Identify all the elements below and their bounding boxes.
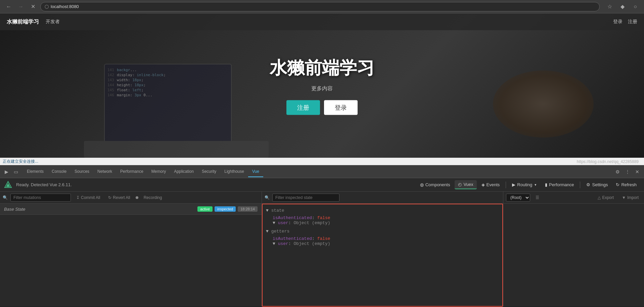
toolbar-separator-2 <box>580 182 580 188</box>
import-button[interactable]: ▼ Import <box>619 194 641 201</box>
vue-components-button[interactable]: ◍ Components <box>417 181 454 189</box>
filter-icon-button[interactable]: ☰ <box>533 194 542 201</box>
tab-application[interactable]: Application <box>170 166 198 177</box>
right-toolbar: (Root) ☰ △ Export ▼ Import <box>503 192 644 204</box>
tab-console[interactable]: Console <box>48 166 71 177</box>
hero-title: 水獭前端学习 <box>270 56 374 80</box>
forward-button[interactable]: → <box>16 2 26 11</box>
tab-memory[interactable]: Memory <box>147 166 170 177</box>
hero-login-button[interactable]: 登录 <box>324 100 358 115</box>
tab-lighthouse[interactable]: Lighthouse <box>220 166 248 177</box>
import-icon: ▼ <box>622 195 626 200</box>
state-tree-is-auth: isAuthenticated: false <box>266 215 499 220</box>
search-mutations-icon: 🔍 <box>3 195 8 200</box>
routing-icon: ▶ <box>512 182 515 187</box>
lock-icon: ◯ <box>45 4 49 9</box>
recording-button[interactable]: Recording <box>141 194 165 201</box>
revert-icon: ↻ <box>108 195 111 200</box>
vue-routing-button[interactable]: ▶ Routing ▼ <box>509 181 540 189</box>
vue-content: 🔍 ↧ Commit All ↻ Revert All Recording Ba… <box>0 192 644 307</box>
url-text: localhost:8080 <box>51 4 79 9</box>
site-nav-right: 登录 注册 <box>613 19 637 25</box>
nav-link-developer[interactable]: 开发者 <box>46 19 60 25</box>
mutations-toolbar: 🔍 ↧ Commit All ↻ Revert All Recording <box>0 192 262 204</box>
getters-tree-user: ▼ user: Object (empty) <box>266 241 499 246</box>
vue-events-button[interactable]: ◈ Events <box>478 181 503 189</box>
hero-register-button[interactable]: 注册 <box>286 100 320 115</box>
vue-devtools-bar: Ready. Detected Vue 2.6.11. ◍ Components… <box>0 178 644 192</box>
site-nav: 水獭前端学习 开发者 登录 注册 <box>0 13 644 30</box>
badge-inspected: inspected <box>215 206 236 212</box>
export-button[interactable]: △ Export <box>595 194 616 201</box>
hand-image <box>493 70 594 138</box>
hero-content: 水獭前端学习 更多内容 注册 登录 <box>270 56 374 115</box>
vue-performance-button[interactable]: ▮ Performance <box>542 181 577 189</box>
website-area: 141backgr... 142display: inline-block; 1… <box>0 13 644 158</box>
status-url: https://blog.csdn.net/qq_42285889 <box>577 159 639 164</box>
tab-elements[interactable]: Elements <box>23 166 48 177</box>
commit-icon: ↧ <box>76 195 80 200</box>
inspect-element-button[interactable]: ▶ <box>3 168 10 176</box>
profile-button[interactable]: ○ <box>631 2 640 11</box>
device-toggle-button[interactable]: ▭ <box>12 168 20 176</box>
vuex-icon: ◴ <box>458 182 462 187</box>
browser-chrome: ← → ✕ ◯ localhost:8080 ☆ ◆ ○ <box>0 0 644 13</box>
tab-performance[interactable]: Performance <box>116 166 147 177</box>
browser-actions: ☆ ◆ ○ <box>605 2 640 11</box>
tab-security[interactable]: Security <box>198 166 220 177</box>
root-selector[interactable]: (Root) <box>506 194 530 202</box>
state-toolbar: 🔍 <box>262 192 503 204</box>
devtools-close-button[interactable]: ✕ <box>633 168 641 176</box>
recording-dot-icon <box>136 196 138 199</box>
status-text: 正在建立安全连接... <box>3 159 38 164</box>
toolbar-separator <box>506 182 506 188</box>
back-button[interactable]: ← <box>4 2 13 11</box>
commit-all-button[interactable]: ↧ Commit All <box>74 194 103 201</box>
vue-settings-button[interactable]: ⚙ Settings <box>583 181 611 189</box>
mutations-panel: 🔍 ↧ Commit All ↻ Revert All Recording Ba… <box>0 192 262 307</box>
star-button[interactable]: ☆ <box>605 2 614 11</box>
address-bar[interactable]: ◯ localhost:8080 <box>40 2 600 11</box>
laptop-image: 141backgr... 142display: inline-block; 1… <box>84 64 269 158</box>
revert-all-button[interactable]: ↻ Revert All <box>105 194 133 201</box>
routing-chevron-icon: ▼ <box>534 183 537 187</box>
state-tree-state: ▼ state <box>266 207 499 214</box>
events-icon: ◈ <box>481 182 485 187</box>
tab-sources[interactable]: Sources <box>71 166 93 177</box>
tab-network[interactable]: Network <box>93 166 116 177</box>
status-bar: 正在建立安全连接... https://blog.csdn.net/qq_422… <box>0 158 644 165</box>
vue-vuex-button[interactable]: ◴ Vuex <box>455 180 476 189</box>
vue-ready-text: Ready. Detected Vue 2.6.11. <box>16 182 415 187</box>
export-icon: △ <box>598 195 601 200</box>
devtools-more-button[interactable]: ⋮ <box>623 168 632 176</box>
reload-button[interactable]: ✕ <box>28 2 38 11</box>
filter-mutations-input[interactable] <box>10 194 71 202</box>
devtools-topbar: ▶ ▭ Elements Console Sources Network Per… <box>0 165 644 178</box>
right-panel: (Root) ☰ △ Export ▼ Import <box>503 192 644 307</box>
search-state-icon: 🔍 <box>265 195 270 200</box>
extension-button[interactable]: ◆ <box>618 2 627 11</box>
state-content: ▼ state isAuthenticated: false ▼ user: O… <box>262 204 503 307</box>
tab-vue[interactable]: Vue <box>248 166 263 177</box>
state-panel: 🔍 ▼ state isAuthenticated: false ▼ user:… <box>262 192 503 307</box>
base-state-row[interactable]: Base State active inspected 18:28:14 <box>0 204 262 215</box>
filter-state-input[interactable] <box>272 194 339 202</box>
settings-icon: ⚙ <box>586 182 590 187</box>
vue-logo-icon <box>4 181 12 189</box>
vue-refresh-button[interactable]: ↻ Refresh <box>612 181 640 189</box>
code-display: 141backgr... 142display: inline-block; 1… <box>105 64 231 101</box>
nav-register-link[interactable]: 注册 <box>628 19 637 25</box>
badge-active: active <box>197 206 213 212</box>
hero-subtitle: 更多内容 <box>270 85 374 92</box>
state-tree-getters: ▼ getters <box>266 228 499 235</box>
nav-login-link[interactable]: 登录 <box>613 19 623 25</box>
base-state-label: Base State <box>4 207 195 212</box>
devtools-topbar-actions: ⚙ ⋮ ✕ <box>613 168 641 176</box>
getters-tree-is-auth: isAuthenticated: false <box>266 236 499 241</box>
badge-time: 18:28:14 <box>238 206 258 212</box>
devtools-settings-button[interactable]: ⚙ <box>613 168 622 176</box>
devtools: ▶ ▭ Elements Console Sources Network Per… <box>0 165 644 307</box>
site-logo: 水獭前端学习 <box>7 18 39 25</box>
performance-icon: ▮ <box>545 182 547 187</box>
refresh-icon: ↻ <box>616 182 619 187</box>
